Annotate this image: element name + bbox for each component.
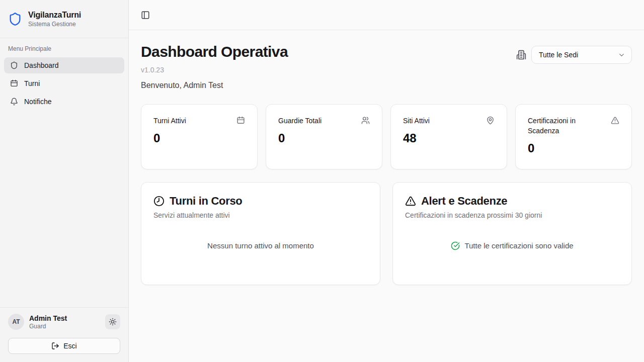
stat-value: 0 [528,141,619,155]
empty-state-text: Nessun turno attivo al momento [207,241,314,250]
panel-alert-scadenze: Alert e Scadenze Certificazioni in scade… [392,182,632,285]
bell-icon [10,98,18,106]
panels-row: Turni in Corso Servizi attualmente attiv… [141,182,632,285]
panel-left-icon [141,11,150,20]
status-row: Tutte le certificazioni sono valide [451,241,573,250]
logout-icon [51,342,59,350]
check-circle-icon [451,241,460,250]
page-title: Dashboard Operativa [141,43,288,61]
menu-section-label: Menu Principale [4,45,124,52]
app-subtitle: Sistema Gestione [28,21,81,28]
panel-turni-in-corso: Turni in Corso Servizi attualmente attiv… [141,182,380,285]
stat-label: Guardie Totali [278,116,321,126]
panel-title: Alert e Scadenze [421,195,507,208]
main-area: Dashboard Operativa v1.0.23 Benvenuto, A… [129,0,644,362]
sidebar-item-label: Turni [24,79,40,87]
sidebar-footer: AT Admin Test Guard Esci [0,307,128,362]
sidebar: VigilanzaTurni Sistema Gestione Menu Pri… [0,0,129,362]
logout-button[interactable]: Esci [8,338,120,354]
sun-icon [109,318,117,326]
app-name: VigilanzaTurni [28,11,81,20]
app-brand: VigilanzaTurni Sistema Gestione [0,0,128,38]
stat-label: Siti Attivi [403,116,430,126]
shield-icon [10,61,18,69]
sidebar-item-turni[interactable]: Turni [4,75,124,92]
building-icon [516,50,526,60]
sidebar-item-label: Dashboard [24,61,59,69]
stat-card-siti-attivi: Siti Attivi 48 [390,104,507,169]
user-name: Admin Test [29,314,100,322]
site-filter-value: Tutte le Sedi [539,51,578,59]
shield-logo-icon [8,12,22,26]
status-text: Tutte le certificazioni sono valide [464,241,573,250]
version-label: v1.0.23 [141,66,288,74]
panel-title: Turni in Corso [170,195,243,208]
users-icon [361,116,370,125]
stat-card-turni-attivi: Turni Attivi 0 [141,104,258,169]
panel-subtitle: Certificazioni in scadenza prossimi 30 g… [405,211,619,219]
stat-card-guardie-totali: Guardie Totali 0 [266,104,382,169]
stats-row: Turni Attivi 0 Guardie Totali 0 [141,104,632,169]
calendar-icon [236,116,245,125]
stat-label: Turni Attivi [153,116,186,126]
stat-label: Certificazioni in Scadenza [528,116,606,136]
alert-triangle-icon [405,196,416,207]
sidebar-toggle-button[interactable] [141,11,150,20]
user-row: AT Admin Test Guard [8,314,120,330]
avatar: AT [8,314,24,330]
sidebar-menu: Menu Principale Dashboard Turni Notifich… [0,38,128,119]
logout-label: Esci [63,342,76,350]
clock-icon [153,196,165,207]
sidebar-item-label: Notifiche [24,98,51,106]
stat-value: 0 [278,131,370,145]
sidebar-item-dashboard[interactable]: Dashboard [4,57,124,73]
sidebar-item-notifiche[interactable]: Notifiche [4,94,124,110]
site-filter-select[interactable]: Tutte le Sedi [531,46,632,64]
header-controls: Tutte le Sedi [516,46,632,64]
user-role: Guard [29,323,100,330]
topbar [129,0,644,30]
calendar-icon [10,79,18,87]
chevron-down-icon [618,51,625,59]
panel-subtitle: Servizi attualmente attivi [153,211,368,219]
stat-value: 0 [153,131,245,145]
stat-card-certificazioni: Certificazioni in Scadenza 0 [515,104,632,169]
page-header: Dashboard Operativa v1.0.23 Benvenuto, A… [141,43,632,90]
alert-triangle-icon [611,116,619,125]
welcome-text: Benvenuto, Admin Test [141,81,288,90]
map-pin-icon [486,116,495,125]
stat-value: 48 [403,131,495,145]
theme-toggle-button[interactable] [105,314,120,329]
page-content: Dashboard Operativa v1.0.23 Benvenuto, A… [129,30,644,362]
